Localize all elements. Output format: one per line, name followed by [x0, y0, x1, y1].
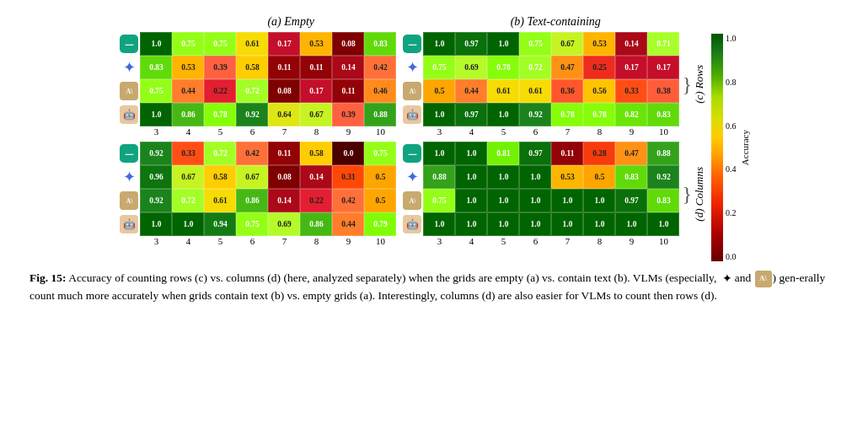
table-row: ⸻0.920.330.720.420.110.580.00.75	[118, 142, 396, 165]
heatmap-cell: 1.0	[455, 212, 487, 236]
heatmap-cell: 1.0	[583, 212, 615, 236]
panel-c-heatmaps: ⸻1.00.750.750.610.170.530.080.83✦0.830.5…	[118, 32, 679, 137]
heatmap-cell: 1.0	[487, 103, 519, 126]
heatmap-cell: 0.78	[487, 56, 519, 79]
heatmap-cell: 0.75	[423, 189, 455, 212]
heatmap-cell: 0.71	[647, 32, 679, 56]
heatmap-cell: 0.75	[204, 32, 236, 56]
heatmap-cell: 0.33	[172, 142, 204, 165]
row-icon: A\	[118, 189, 140, 212]
heatmap-cell: 0.61	[519, 79, 551, 103]
heatmap-cell: 0.46	[364, 79, 396, 103]
heatmap-cell: 0.44	[455, 79, 487, 103]
row-icon: ⸻	[118, 142, 140, 165]
heatmap-cell: 0.08	[268, 165, 300, 189]
heatmap-cell: 0.11	[551, 142, 583, 165]
heatmap-cell: 0.75	[423, 56, 455, 79]
heatmap-cell: 0.47	[615, 142, 647, 165]
xtick: 3	[423, 126, 455, 137]
caption-text1: Accuracy of counting rows (c) vs. column…	[67, 271, 720, 284]
xtick: 9	[332, 236, 364, 246]
heatmap-cell: 0.0	[332, 142, 364, 165]
heatmap-cell: 0.64	[268, 103, 300, 126]
heatmap-cell: 0.92	[140, 142, 172, 165]
heatmap-cell: 1.0	[140, 32, 172, 56]
heatmap-cell: 0.88	[647, 142, 679, 165]
heatmap-cell: 0.47	[551, 56, 583, 79]
heatmap-cell: 0.78	[204, 103, 236, 126]
xtick: 4	[172, 126, 204, 137]
heatmap-cell: 0.83	[647, 189, 679, 212]
heatmap-cell: 0.11	[268, 56, 300, 79]
heatmap-cell: 0.97	[455, 32, 487, 56]
row-icon: ✦	[401, 165, 423, 189]
row-icon: ⸻	[401, 32, 423, 56]
xtick: 8	[300, 126, 332, 137]
heatmap-cell: 0.42	[236, 142, 268, 165]
xtick: 7	[551, 126, 583, 137]
heatmap-cell: 0.11	[332, 79, 364, 103]
heatmap-cell: 0.97	[455, 103, 487, 126]
heatmap-cell: 0.11	[300, 56, 332, 79]
row-icon: ✦	[118, 165, 140, 189]
row-icon: 🤖	[118, 103, 140, 126]
table-row: ✦0.830.530.390.580.110.110.140.42	[118, 56, 396, 79]
heatmap-cell: 0.14	[268, 189, 300, 212]
heatmap-cell: 1.0	[519, 165, 551, 189]
heatmap-cell: 0.69	[268, 212, 300, 236]
heatmap-cell: 0.22	[300, 189, 332, 212]
heatmap-cell: 0.81	[487, 142, 519, 165]
table-row: 🤖1.01.00.940.750.690.860.440.79	[118, 212, 396, 236]
heatmap-cell: 0.5	[583, 165, 615, 189]
xtick: 6	[519, 126, 551, 137]
heatmap-cell: 0.69	[455, 56, 487, 79]
heatmap-cell: 0.92	[236, 103, 268, 126]
heatmap-cell: 0.61	[487, 79, 519, 103]
heatmap-cell: 0.88	[423, 165, 455, 189]
heatmap-cell: 1.0	[551, 212, 583, 236]
d-cols-label: (d) Columns	[693, 167, 706, 222]
heatmap-cell: 0.31	[332, 165, 364, 189]
heatmap-cell: 0.82	[615, 103, 647, 126]
heatmap-cell: 1.0	[455, 165, 487, 189]
table-row: A\0.920.720.610.860.140.220.420.5	[118, 189, 396, 212]
heatmap-cell: 1.0	[140, 103, 172, 126]
heatmap-cell: 1.0	[519, 189, 551, 212]
brace-c: }	[682, 74, 692, 94]
colorbar-label-02: 0.2	[726, 208, 737, 217]
heatmap-cell: 0.61	[204, 189, 236, 212]
heatmap-cell: 0.94	[204, 212, 236, 236]
heatmap-cell: 0.17	[615, 56, 647, 79]
colorbar-labels: 1.0 0.8 0.6 0.4 0.2 0.0	[726, 34, 737, 261]
heatmap-cell: 1.0	[519, 212, 551, 236]
heatmap-cell: 0.39	[332, 103, 364, 126]
heatmap-cell: 0.28	[583, 142, 615, 165]
heatmap-cell: 0.67	[551, 32, 583, 56]
xtick: 9	[615, 236, 647, 246]
panel-d-heatmaps: ⸻0.920.330.720.420.110.580.00.75✦0.960.6…	[118, 142, 679, 246]
table-row: ✦0.881.01.01.00.530.50.830.92	[401, 165, 679, 189]
heatmap-cell: 0.83	[615, 165, 647, 189]
heatmap-cell: 0.14	[615, 32, 647, 56]
xtick: 5	[204, 126, 236, 137]
heatmap-cell: 0.78	[551, 103, 583, 126]
heatmap-cell: 1.0	[487, 189, 519, 212]
heatmap-cell: 1.0	[647, 212, 679, 236]
colorbar-label-max: 1.0	[726, 34, 737, 43]
heatmap-cell: 1.0	[423, 32, 455, 56]
xtick: 10	[364, 126, 396, 137]
caption-text2: and	[735, 271, 754, 284]
heatmap-cell: 0.17	[300, 79, 332, 103]
panel-d-text: ⸻1.01.00.810.970.110.280.470.88✦0.881.01…	[401, 142, 679, 246]
gemini-inline-icon: ✦	[720, 271, 735, 287]
heatmap-cell: 0.67	[300, 103, 332, 126]
heatmap-cell: 0.39	[204, 56, 236, 79]
title-a: (a) Empty	[161, 15, 421, 29]
xtick: 5	[204, 236, 236, 246]
claude-inline-icon: A\	[755, 271, 772, 287]
colorbar-area: 1.0 0.8 0.6 0.4 0.2 0.0 Accuracy	[711, 34, 750, 261]
xtick: 9	[332, 126, 364, 137]
heatmap-cell: 0.75	[364, 142, 396, 165]
x-axis-d-empty: 3 4 5 6 7 8 9 10	[140, 236, 396, 246]
heatmap-cell: 0.25	[583, 56, 615, 79]
